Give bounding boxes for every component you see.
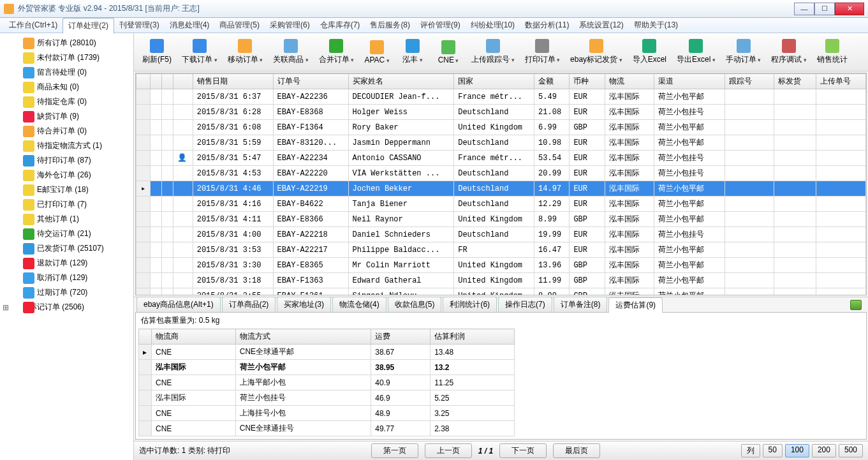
toolbar-button[interactable]: 导出Excel	[672, 35, 720, 70]
pager-first[interactable]: 第一页	[371, 443, 418, 458]
pager-next[interactable]: 下一页	[499, 443, 547, 458]
estimate-row[interactable]: ▸CNECNE全球通平邮38.6713.48	[139, 345, 515, 360]
estimate-row[interactable]: 泓丰国际荷兰小包挂号46.95.25	[139, 390, 515, 406]
column-header[interactable]: 订单号	[273, 74, 348, 89]
page-size-button[interactable]: 200	[812, 444, 836, 457]
toolbar-button[interactable]: 打印订单	[520, 35, 565, 70]
toolbar-button[interactable]: 销售统计	[813, 35, 852, 70]
pager-prev[interactable]: 上一页	[425, 443, 472, 458]
sidebar-item[interactable]: 待指定仓库 (0)	[0, 94, 133, 109]
detail-tab[interactable]: 收款信息(5)	[388, 297, 442, 312]
menu-item[interactable]: 帮助关于(13)	[629, 18, 683, 33]
column-header[interactable]: 币种	[570, 74, 605, 89]
window-close[interactable]: ✕	[835, 3, 864, 15]
order-row[interactable]: 2015/8/31 6:08EBAY-F1364Rory BakerUnited…	[136, 120, 866, 135]
toolbar-button[interactable]: 刷新(F5)	[138, 35, 176, 70]
toolbar-button[interactable]: 上传跟踪号	[467, 35, 519, 70]
sidebar-item[interactable]: 待合并订单 (0)	[0, 124, 133, 138]
column-header[interactable]	[151, 74, 162, 89]
toolbar-button[interactable]: CNE	[431, 35, 466, 70]
estimate-row[interactable]: CNE上海平邮小包40.911.25	[139, 375, 515, 390]
detail-tab[interactable]: 订单备注(8)	[554, 297, 608, 312]
toolbar-button[interactable]: 泓丰	[395, 35, 430, 70]
menu-item[interactable]: 商品管理(5)	[214, 18, 265, 33]
sidebar-item[interactable]: 留言待处理 (0)	[0, 65, 133, 80]
order-row[interactable]: 2015/8/31 2:55EBAY-F1361Singani NdlovuUn…	[136, 288, 866, 296]
column-header[interactable]: 跟踪号	[725, 74, 774, 89]
sidebar-item[interactable]: 缺货订单 (9)	[0, 109, 133, 124]
toolbar-button[interactable]: 下载订单	[177, 35, 222, 70]
detail-tab[interactable]: 利润统计(6)	[443, 297, 497, 312]
menu-item[interactable]: 评价管理(9)	[415, 18, 466, 33]
toolbar-button[interactable]: 手动订单	[721, 35, 766, 70]
menu-item[interactable]: 仓库库存(7)	[315, 18, 365, 33]
sidebar-item[interactable]: 商品未知 (0)	[0, 80, 133, 94]
column-header[interactable]: 标发货	[774, 74, 816, 89]
order-row[interactable]: 2015/8/31 4:16EBAY-B4622Tanja BienerDeut…	[136, 197, 866, 212]
page-size-button[interactable]: 50	[763, 444, 783, 457]
detail-tab[interactable]: 物流仓储(4)	[332, 297, 386, 312]
column-header[interactable]	[162, 74, 173, 89]
column-header[interactable]	[136, 74, 151, 89]
menu-item[interactable]: 刊登管理(3)	[114, 18, 165, 33]
sidebar-item[interactable]: 待打印订单 (87)	[0, 153, 133, 168]
order-row[interactable]: 2015/8/31 6:28EBAY-E8368Holger WeissDeut…	[136, 105, 866, 120]
menu-item[interactable]: 消息处理(4)	[165, 18, 215, 33]
toolbar-button[interactable]: 关联商品	[268, 35, 313, 70]
menu-item[interactable]: 售后服务(8)	[365, 18, 415, 33]
estimate-row[interactable]: CNE上海挂号小包48.93.25	[139, 406, 515, 421]
detail-tab[interactable]: 操作日志(7)	[498, 297, 552, 312]
order-row[interactable]: 2015/8/31 4:53EBAY-A22220VIA Werkstätten…	[136, 166, 866, 181]
page-size-button[interactable]: 500	[839, 444, 863, 457]
menu-item[interactable]: 工作台(Ctrl+1)	[4, 18, 63, 33]
order-row[interactable]: ▸2015/8/31 4:46EBAY-A22219Jochen BekkerD…	[136, 181, 866, 197]
sidebar-item[interactable]: 所有订单 (28010)	[0, 36, 133, 50]
est-column-header[interactable]: 物流商	[152, 329, 236, 345]
column-header[interactable]: 物流	[605, 74, 654, 89]
column-header[interactable]: 金额	[534, 74, 570, 89]
order-row[interactable]: 2015/8/31 6:37EBAY-A22236DECOUDIER Jean-…	[136, 89, 866, 105]
menu-item[interactable]: 数据分析(11)	[520, 18, 574, 33]
order-row[interactable]: 👤2015/8/31 5:47EBAY-A22234Antonio CASSAN…	[136, 151, 866, 166]
column-header[interactable]: 渠道	[654, 74, 725, 89]
sidebar-item[interactable]: 取消订单 (129)	[0, 271, 133, 285]
toolbar-button[interactable]: 移动订单	[223, 35, 268, 70]
menu-item[interactable]: 系统设置(12)	[574, 18, 628, 33]
sidebar-item[interactable]: 海外仓订单 (26)	[0, 168, 133, 182]
order-row[interactable]: 2015/8/31 4:00EBAY-A22218Daniel Schniede…	[136, 227, 866, 242]
order-row[interactable]: 2015/8/31 5:59EBAY-83120...Jasmin Depper…	[136, 135, 866, 151]
sidebar-item[interactable]: 未付款订单 (1739)	[0, 50, 133, 65]
window-maximize[interactable]: ☐	[814, 3, 835, 15]
column-header[interactable]: 销售日期	[193, 74, 273, 89]
detail-tab[interactable]: ebay商品信息(Alt+1)	[136, 297, 221, 312]
orders-grid[interactable]: 销售日期订单号买家姓名国家金额币种物流渠道跟踪号标发货上传单号2015/8/31…	[135, 73, 867, 295]
est-column-header[interactable]: 估算利润	[430, 329, 515, 345]
estimate-row[interactable]: CNECNE全球通挂号49.772.38	[139, 421, 515, 436]
window-minimize[interactable]: —	[794, 3, 814, 15]
toolbar-button[interactable]: 导入Excel	[628, 35, 671, 70]
sidebar-item[interactable]: 已打印订单 (7)	[0, 197, 133, 212]
sidebar-item[interactable]: 其他订单 (1)	[0, 212, 133, 226]
pager-last[interactable]: 最后页	[553, 443, 600, 458]
menu-item[interactable]: 纠纷处理(10)	[466, 18, 520, 33]
estimate-row[interactable]: 泓丰国际荷兰小包平邮38.9513.2	[139, 360, 515, 375]
sidebar-item[interactable]: E邮宝订单 (18)	[0, 182, 133, 197]
toolbar-button[interactable]: 合并订单	[314, 35, 359, 70]
detail-tab[interactable]: 订单商品(2)	[222, 297, 276, 312]
order-row[interactable]: 2015/8/31 3:30EBAY-E8365Mr Colin Marriot…	[136, 258, 866, 273]
book-icon[interactable]	[850, 300, 862, 310]
column-header[interactable]: 上传单号	[816, 74, 866, 89]
toolbar-button[interactable]: APAC	[360, 35, 394, 70]
est-column-header[interactable]: 运费	[371, 329, 430, 345]
detail-tab[interactable]: 运费估算(9)	[608, 297, 663, 313]
est-column-header[interactable]: 物流方式	[235, 329, 371, 345]
sidebar-item[interactable]: 待指定物流方式 (1)	[0, 138, 133, 153]
sidebar-item[interactable]: 待交运订单 (21)	[0, 226, 133, 241]
page-size-button[interactable]: 列	[741, 444, 760, 457]
sidebar-item[interactable]: 退款订单 (129)	[0, 256, 133, 271]
column-header[interactable]: 国家	[454, 74, 534, 89]
page-size-button[interactable]: 100	[785, 444, 809, 457]
column-header[interactable]: 买家姓名	[348, 74, 454, 89]
order-row[interactable]: 2015/8/31 4:11EBAY-E8366Neil RaynorUnite…	[136, 212, 866, 227]
menu-item[interactable]: 订单处理(2)	[63, 18, 114, 34]
